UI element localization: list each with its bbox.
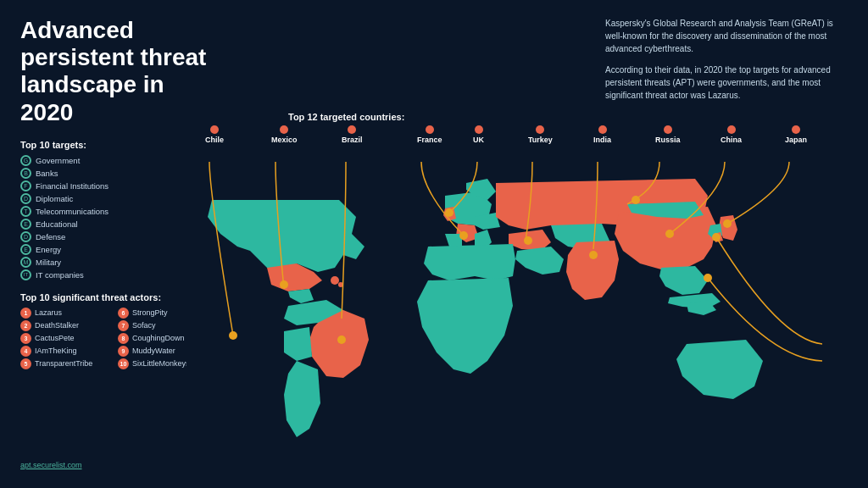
target-label: Government	[36, 156, 80, 165]
target-icon: D	[20, 193, 31, 204]
svg-point-5	[229, 331, 237, 340]
country-label-brazil: Brazil	[342, 125, 363, 144]
turkey-dot	[536, 125, 544, 134]
actor-num: 3	[20, 333, 31, 344]
target-icon: B	[20, 168, 31, 179]
main-title: Advanced persistent threat landscape in …	[20, 17, 207, 126]
uk-name: UK	[473, 136, 484, 144]
list-item: MMilitary	[20, 257, 207, 268]
country-label-china: China	[721, 125, 742, 144]
actors-grid: 1Lazarus 6StrongPity 2DeathStalker 7Sofa…	[20, 308, 207, 369]
description-1: Kaspersky's Global Research and Analysis…	[605, 17, 851, 55]
description-2: According to their data, in 2020 the top…	[605, 64, 851, 102]
target-icon: E	[20, 244, 31, 255]
target-icon: IT	[20, 269, 31, 280]
actor-name: IAmTheKing	[35, 347, 77, 355]
japan-dot	[792, 125, 800, 134]
russia-dot	[664, 125, 672, 134]
uk-dot	[475, 125, 483, 134]
actor-name: TransparentTribe	[35, 359, 92, 368]
actor-num: 10	[118, 358, 129, 369]
targets-list: GGovernment BBanks FFinancial Institutio…	[20, 155, 207, 280]
target-icon: F	[20, 180, 31, 191]
actor-num: 5	[20, 358, 31, 369]
target-icon: E	[20, 219, 31, 230]
svg-point-9	[445, 208, 453, 217]
china-name: China	[721, 136, 742, 144]
actor-num: 7	[118, 320, 129, 331]
right-description: Kaspersky's Global Research and Analysis…	[605, 17, 851, 110]
svg-point-14	[723, 219, 732, 228]
country-label-mexico: Mexico	[271, 125, 298, 144]
target-icon: D	[20, 231, 31, 242]
actor-name: CactusPete	[35, 334, 75, 342]
actor-name: Sofacy	[132, 321, 156, 330]
target-label: Banks	[36, 169, 58, 178]
country-label-india: India	[593, 125, 611, 144]
target-label: IT companies	[36, 270, 84, 280]
brazil-name: Brazil	[342, 136, 363, 144]
actor-num: 6	[118, 308, 129, 319]
map-area: Chile Mexico Brazil France UK	[186, 125, 856, 481]
india-dot	[598, 125, 607, 134]
chile-dot	[210, 125, 219, 134]
list-item: DDefense	[20, 231, 207, 242]
svg-point-11	[589, 251, 598, 259]
target-label: Diplomatic	[36, 194, 73, 203]
list-item: EEnergy	[20, 244, 207, 255]
actor-item: 1Lazarus	[20, 308, 109, 319]
world-map-svg	[186, 149, 856, 471]
list-item: ITIT companies	[20, 269, 207, 280]
mexico-dot	[280, 125, 288, 134]
country-label-chile: Chile	[205, 125, 224, 144]
actor-num: 1	[20, 308, 31, 319]
russia-name: Russia	[655, 136, 681, 144]
actor-item: 3CactusPete	[20, 333, 109, 344]
list-item: FFinancial Institutions	[20, 180, 207, 191]
actor-item: 2DeathStalker	[20, 320, 109, 331]
chile-name: Chile	[205, 136, 224, 144]
actor-name: SixLittleMonkeys	[132, 359, 190, 368]
website-link[interactable]: apt.securelist.com	[20, 461, 82, 469]
actor-name: Lazarus	[35, 308, 62, 317]
top-actors-label: Top 10 significant threat actors:	[20, 292, 207, 302]
svg-point-4	[704, 274, 712, 282]
top-targets-section: Top 10 targets: GGovernment BBanks FFina…	[20, 140, 207, 280]
country-label-france: France	[417, 125, 442, 144]
list-item: BBanks	[20, 168, 207, 179]
actor-num: 8	[118, 333, 129, 344]
svg-point-13	[665, 230, 674, 238]
target-label: Financial Institutions	[36, 181, 108, 191]
svg-point-10	[524, 236, 532, 245]
brazil-dot	[348, 125, 356, 134]
india-name: India	[593, 136, 611, 144]
france-name: France	[417, 136, 442, 144]
list-item: GGovernment	[20, 155, 207, 166]
top-targets-label: Top 10 targets:	[20, 140, 207, 150]
list-item: EEducational	[20, 219, 207, 230]
target-label: Energy	[36, 245, 61, 254]
list-item: DDiplomatic	[20, 193, 207, 204]
svg-point-8	[459, 231, 468, 240]
actor-num: 4	[20, 346, 31, 357]
list-item: TTelecommunications	[20, 206, 207, 217]
svg-point-6	[280, 280, 288, 289]
country-label-uk: UK	[473, 125, 484, 144]
actor-item: 5TransparentTribe	[20, 358, 109, 369]
target-icon: T	[20, 206, 31, 217]
actor-name: CoughingDown	[132, 334, 185, 342]
country-label-turkey: Turkey	[528, 125, 553, 144]
china-dot	[727, 125, 736, 134]
svg-point-12	[632, 196, 640, 204]
target-icon: M	[20, 257, 31, 268]
france-dot	[426, 125, 434, 134]
actor-item: 4IAmTheKing	[20, 346, 109, 357]
turkey-name: Turkey	[528, 136, 553, 144]
svg-point-7	[337, 336, 346, 344]
threat-actors-section: Top 10 significant threat actors: 1Lazar…	[20, 292, 207, 369]
target-label: Military	[36, 258, 61, 267]
actor-name: DeathStalker	[35, 321, 79, 330]
actor-name: StrongPity	[132, 308, 168, 317]
top-countries-label: Top 12 targeted countries:	[288, 112, 404, 122]
svg-point-3	[712, 233, 721, 241]
